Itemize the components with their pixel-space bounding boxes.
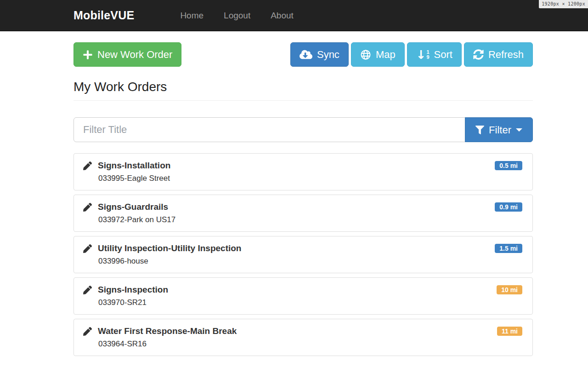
pencil-icon — [83, 244, 92, 253]
work-order-item[interactable]: Signs-Installation 033995-Eagle Street 0… — [74, 153, 533, 190]
work-order-subtitle: 033995-Eagle Street — [98, 174, 523, 183]
distance-badge: 1.5 mi — [495, 244, 522, 253]
work-order-title: Water First Response-Main Break — [98, 326, 237, 336]
new-work-order-button[interactable]: New Work Order — [74, 42, 181, 67]
toolbar: New Work Order Sync Map ↓ 1 — [74, 42, 533, 67]
filter-title-input[interactable] — [74, 117, 465, 142]
work-order-subtitle: 033972-Park on US17 — [98, 215, 523, 224]
refresh-icon — [473, 49, 484, 60]
work-order-subtitle: 033964-SR16 — [98, 339, 523, 349]
work-order-subtitle: 033970-SR21 — [98, 298, 523, 307]
plus-icon — [83, 50, 93, 60]
work-order-list: Signs-Installation 033995-Eagle Street 0… — [74, 153, 533, 356]
pencil-icon — [83, 327, 92, 336]
brand-logo[interactable]: MobileVUE — [74, 9, 134, 22]
work-order-subtitle: 033996-house — [98, 257, 523, 266]
work-order-item[interactable]: Water First Response-Main Break 033964-S… — [74, 319, 533, 356]
filter-dropdown-button[interactable]: Filter — [465, 117, 533, 142]
refresh-label: Refresh — [488, 48, 524, 61]
sync-button[interactable]: Sync — [290, 42, 349, 67]
work-order-item[interactable]: Signs-Inspection 033970-SR21 10 mi — [74, 277, 533, 315]
distance-badge: 10 mi — [497, 285, 522, 294]
sort-button[interactable]: ↓ 1 9 Sort — [407, 42, 462, 67]
navbar: MobileVUE Home Logout About — [0, 0, 588, 31]
header-divider — [74, 100, 533, 101]
new-work-order-label: New Work Order — [97, 48, 172, 61]
filter-label: Filter — [489, 123, 511, 137]
work-order-item[interactable]: Signs-Guardrails 033972-Park on US17 0.9… — [74, 195, 533, 232]
nav-link-logout[interactable]: Logout — [214, 0, 260, 31]
globe-icon — [360, 49, 371, 60]
nav-link-about[interactable]: About — [260, 0, 304, 31]
filter-funnel-icon — [475, 126, 484, 134]
distance-badge: 11 mi — [497, 327, 522, 336]
work-order-item[interactable]: Utility Inspection-Utility Inspection 03… — [74, 236, 533, 273]
sort-numeric-icon: ↓ 1 9 — [416, 49, 430, 61]
work-order-title: Signs-Installation — [98, 161, 170, 171]
cloud-download-icon — [300, 49, 312, 60]
pencil-icon — [83, 286, 92, 294]
work-order-title: Signs-Guardrails — [98, 202, 168, 212]
distance-badge: 0.9 mi — [495, 202, 522, 212]
map-button[interactable]: Map — [351, 42, 405, 67]
refresh-button[interactable]: Refresh — [464, 42, 533, 67]
filter-group: Filter — [74, 117, 533, 142]
caret-down-icon — [516, 128, 522, 132]
page-title: My Work Orders — [74, 80, 533, 94]
map-label: Map — [376, 48, 396, 61]
work-order-title: Signs-Inspection — [98, 285, 168, 295]
nav-link-home[interactable]: Home — [170, 0, 214, 31]
viewport-size-overlay: 1920px × 1200px — [539, 0, 588, 8]
distance-badge: 0.5 mi — [495, 161, 522, 170]
pencil-icon — [83, 161, 92, 170]
sync-label: Sync — [317, 48, 339, 61]
work-order-title: Utility Inspection-Utility Inspection — [98, 243, 241, 253]
pencil-icon — [83, 203, 92, 212]
sort-label: Sort — [434, 48, 452, 61]
